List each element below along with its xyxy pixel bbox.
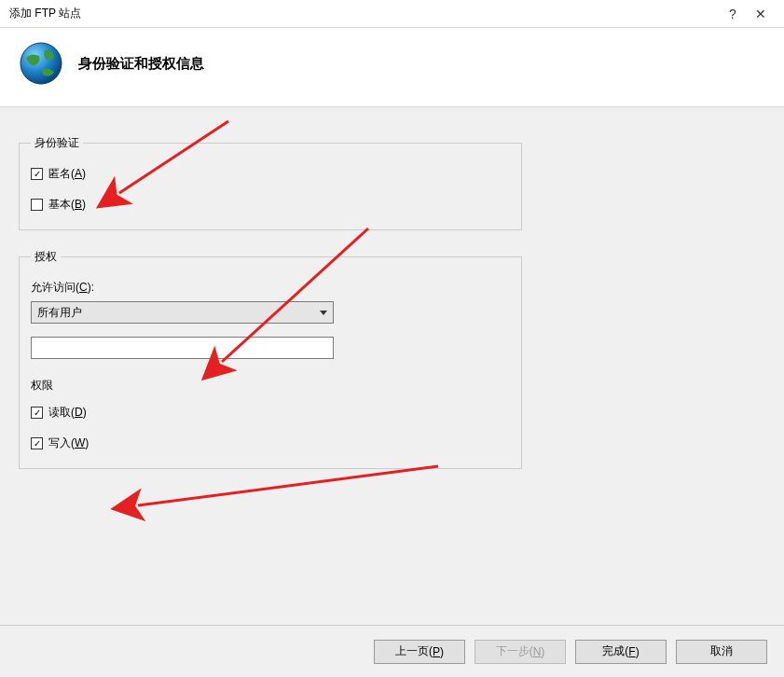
write-label: 写入(W) bbox=[48, 435, 89, 451]
authorization-fieldset: 授权 允许访问(C): 所有用户 权限 读取(D) 写入(W) bbox=[19, 249, 522, 469]
read-checkbox[interactable] bbox=[31, 407, 43, 419]
page-header: 身份验证和授权信息 bbox=[0, 28, 784, 107]
read-checkbox-row[interactable]: 读取(D) bbox=[31, 405, 510, 421]
permissions-label: 权限 bbox=[31, 378, 510, 394]
titlebar: 添加 FTP 站点 ? ✕ bbox=[0, 0, 784, 28]
access-select[interactable]: 所有用户 bbox=[31, 301, 334, 324]
basic-checkbox-row[interactable]: 基本(B) bbox=[31, 197, 510, 213]
anonymous-checkbox-row[interactable]: 匿名(A) bbox=[31, 166, 510, 182]
read-label: 读取(D) bbox=[48, 405, 87, 421]
basic-label: 基本(B) bbox=[48, 197, 86, 213]
svg-point-0 bbox=[21, 43, 62, 84]
chevron-down-icon bbox=[320, 311, 327, 315]
anonymous-label: 匿名(A) bbox=[48, 166, 86, 182]
help-button[interactable]: ? bbox=[719, 7, 747, 21]
access-text-input[interactable] bbox=[31, 337, 334, 359]
access-select-value: 所有用户 bbox=[37, 305, 82, 321]
close-button[interactable]: ✕ bbox=[747, 7, 775, 21]
next-button: 下一步(N) bbox=[475, 640, 566, 664]
access-label: 允许访问(C): bbox=[31, 280, 510, 296]
authorization-legend: 授权 bbox=[31, 249, 61, 265]
write-checkbox[interactable] bbox=[31, 437, 43, 449]
window-title: 添加 FTP 站点 bbox=[9, 6, 719, 21]
basic-checkbox[interactable] bbox=[31, 199, 43, 211]
auth-legend: 身份验证 bbox=[31, 135, 83, 151]
prev-button[interactable]: 上一页(P) bbox=[374, 640, 465, 664]
content-area: 身份验证 匿名(A) 基本(B) 授权 允许访问(C): 所有用户 权限 bbox=[0, 107, 784, 639]
anonymous-checkbox[interactable] bbox=[31, 168, 43, 180]
page-title: 身份验证和授权信息 bbox=[78, 55, 204, 73]
permissions-section: 权限 读取(D) 写入(W) bbox=[31, 378, 510, 451]
write-checkbox-row[interactable]: 写入(W) bbox=[31, 435, 510, 451]
finish-button[interactable]: 完成(F) bbox=[575, 640, 667, 664]
cancel-button[interactable]: 取消 bbox=[676, 640, 767, 664]
auth-fieldset: 身份验证 匿名(A) 基本(B) bbox=[19, 135, 522, 230]
button-bar: 上一页(P) 下一步(N) 完成(F) 取消 bbox=[0, 625, 784, 677]
globe-icon bbox=[19, 41, 63, 86]
